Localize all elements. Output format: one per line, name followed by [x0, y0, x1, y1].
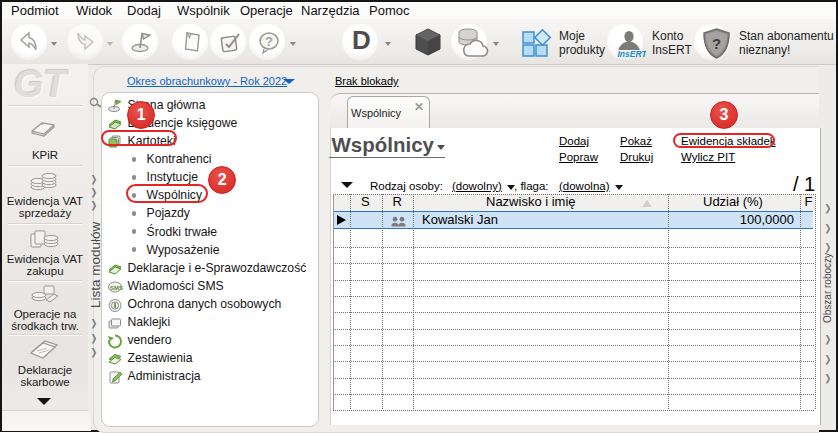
svg-text:?: ? [712, 35, 721, 52]
svg-text:SMS: SMS [110, 285, 123, 291]
svg-text:?: ? [265, 34, 273, 49]
svg-text:InsERT: InsERT [618, 49, 647, 59]
